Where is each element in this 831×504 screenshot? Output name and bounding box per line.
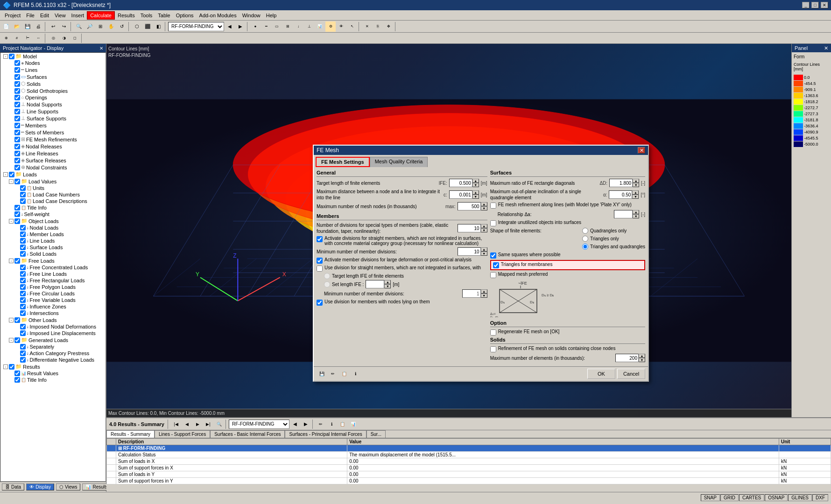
status-cartes[interactable]: CARTES — [739, 494, 764, 501]
max-dist-input[interactable]: 0.001 ▲ ▼ — [449, 190, 479, 199]
menu-table[interactable]: Table — [155, 12, 173, 19]
res-prev[interactable]: ◀ — [290, 419, 300, 429]
nodes-down[interactable]: ▼ — [481, 206, 487, 210]
menu-window[interactable]: Window — [239, 12, 263, 19]
tri-quad-radio[interactable] — [582, 244, 588, 250]
tab-fe-settings[interactable]: FE Mesh Settings — [316, 157, 370, 167]
check-nodal-con[interactable] — [14, 165, 20, 170]
check-fpoly[interactable] — [20, 284, 26, 290]
tab-surfaces-basic[interactable]: Surfaces - Basic Internal Forces — [210, 430, 285, 438]
tree-solids[interactable]: + ⬡ Solids — [0, 80, 106, 87]
rel-up[interactable]: ▲ — [633, 210, 639, 214]
dlg-icon1[interactable]: 💾 — [317, 369, 327, 379]
tree-nodal-releases[interactable]: + ◈ Nodal Releases — [0, 143, 106, 150]
calc-btn[interactable]: ⚙ — [325, 21, 336, 32]
tree-intersections[interactable]: + ↓ Intersections — [0, 310, 106, 316]
expand-loads[interactable]: - — [3, 172, 8, 177]
tree-free-poly[interactable]: + ↓ Free Polygon Loads — [0, 284, 106, 290]
check-obj-loads[interactable] — [14, 218, 20, 224]
rel-down[interactable]: ▼ — [633, 214, 639, 218]
menu-project[interactable]: Project — [2, 12, 23, 19]
copy-btn[interactable]: ⎘ — [373, 21, 383, 32]
menu-file[interactable]: File — [23, 12, 37, 19]
tree-line-releases[interactable]: + ◈ Line Releases — [0, 150, 106, 157]
max-dist-field[interactable]: 0.001 — [449, 190, 472, 199]
snap-btn[interactable]: ⊕ — [1, 33, 11, 43]
expand-results[interactable]: - — [3, 364, 8, 369]
min-div-input[interactable]: 10 ▲ ▼ — [458, 247, 487, 256]
result-nav2[interactable]: ◀ — [182, 419, 192, 429]
tree-lines[interactable]: + ━ Lines — [0, 66, 106, 73]
tree-surfaces[interactable]: + ▭ Surfaces — [0, 73, 106, 80]
node-btn[interactable]: ● — [250, 21, 261, 32]
menu-tools[interactable]: Tools — [138, 12, 155, 19]
tree-imposed-line[interactable]: + ↓ Imposed Line Displacements — [0, 330, 106, 336]
result-nav3[interactable]: ▶ — [192, 419, 203, 429]
del-btn[interactable]: ✕ — [362, 21, 372, 32]
tree-solid-ortho[interactable]: + ⬡ Solid Orthotropies — [0, 87, 106, 94]
tree-free-conc[interactable]: + ↓ Free Concentrated Loads — [0, 264, 106, 271]
open-btn[interactable]: 📂 — [12, 21, 22, 32]
results-combo[interactable]: RF-FORM-FINDING — [229, 420, 289, 429]
check-line-rel[interactable] — [14, 151, 20, 156]
tab-mesh-quality[interactable]: Mesh Quality Criteria — [370, 157, 428, 167]
menu-calculate[interactable]: Calculate — [87, 11, 115, 20]
target-length-input[interactable]: 0.500 ▲ ▼ — [449, 179, 479, 187]
setl-up[interactable]: ▲ — [384, 280, 391, 284]
expand-load-values[interactable]: - — [9, 179, 14, 184]
tree-other-loads[interactable]: - 📁 Other Loads — [0, 316, 106, 323]
mindiv-up[interactable]: ▲ — [481, 247, 487, 252]
res-next[interactable]: ▶ — [301, 419, 311, 429]
check-lcd[interactable] — [20, 198, 26, 204]
integrate-check[interactable] — [490, 220, 496, 226]
check-rv[interactable] — [14, 371, 20, 376]
div-down[interactable]: ▼ — [481, 228, 487, 232]
tree-line-loads[interactable]: + ↓ Line Loads — [0, 238, 106, 244]
solids-ref-check[interactable] — [490, 346, 496, 352]
res-info[interactable]: ℹ — [326, 419, 337, 429]
nav-display[interactable]: 👁 Display — [26, 483, 54, 490]
nav-views[interactable]: ⬡ Views — [56, 483, 81, 490]
max-ratio-input[interactable]: 1.800 ▲ ▼ — [609, 179, 639, 187]
status-grid[interactable]: GRID — [720, 494, 739, 501]
check-ild[interactable] — [20, 330, 26, 336]
dlg-icon2[interactable]: ✏ — [328, 369, 338, 379]
max-oop-field[interactable]: 0.50 — [609, 190, 632, 199]
view-top-btn[interactable]: ⬛ — [142, 21, 153, 32]
check-sw[interactable] — [14, 211, 20, 217]
rotate-btn[interactable]: ↺ — [117, 21, 127, 32]
view-3d-btn[interactable]: ⬡ — [132, 21, 142, 32]
res-export[interactable]: 📋 — [337, 419, 347, 429]
check-surf-rel[interactable] — [14, 158, 20, 163]
target-down[interactable]: ▼ — [472, 183, 479, 187]
max-nodes-input[interactable]: 500 ▲ ▼ — [458, 202, 487, 210]
nav-data[interactable]: 🗄 Data — [2, 483, 24, 490]
tree-free-loads[interactable]: - 📁 Free Loads — [0, 257, 106, 264]
next-btn[interactable]: ▶ — [235, 21, 246, 32]
target-length-field[interactable]: 0.500 — [449, 179, 472, 187]
panel-close[interactable]: ✕ — [824, 45, 828, 51]
cancel-button[interactable]: Cancel — [617, 369, 645, 379]
div-up[interactable]: ▲ — [481, 224, 487, 228]
ratio-up[interactable]: ▲ — [633, 179, 639, 183]
oop-up[interactable]: ▲ — [632, 190, 639, 195]
check-nl[interactable] — [20, 225, 26, 231]
tree-load-values[interactable]: - 📁 Load Values — [0, 178, 106, 185]
tree-free-rect[interactable]: + ↓ Free Rectangular Loads — [0, 277, 106, 284]
check-nodal-rel[interactable] — [14, 144, 20, 149]
wire-btn[interactable]: ◻ — [70, 33, 80, 43]
tab-line-support[interactable]: Lines - Support Forces — [155, 430, 210, 438]
tree-surface-supports[interactable]: + ⊥ Surface Supports — [0, 115, 106, 122]
min-div-field[interactable]: 10 — [458, 247, 481, 256]
new-btn[interactable]: 📄 — [1, 21, 11, 32]
check-dn[interactable] — [20, 357, 26, 363]
minin-down[interactable]: ▼ — [481, 294, 487, 298]
menu-view[interactable]: View — [52, 12, 69, 19]
minin-up[interactable]: ▲ — [481, 289, 487, 294]
check-ac[interactable] — [20, 350, 26, 356]
tree-separately[interactable]: + ↓ Separately — [0, 343, 106, 350]
mesh-btn[interactable]: ⊞ — [282, 21, 293, 32]
check-sl[interactable] — [20, 245, 26, 250]
support-btn[interactable]: ⊥ — [304, 21, 314, 32]
relationship-field[interactable] — [614, 210, 633, 218]
